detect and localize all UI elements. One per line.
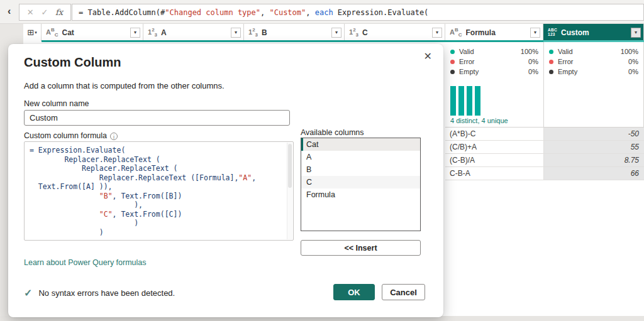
chevron-down-icon: ▾	[35, 30, 37, 35]
formula-bar-text[interactable]: = Table.AddColumn(#"Changed column type"…	[79, 8, 428, 17]
available-column-a[interactable]: A	[301, 151, 420, 163]
table-row: (C/B)+A55	[445, 141, 644, 154]
syntax-status-text: No syntax errors have been detected.	[38, 288, 175, 298]
text-type-icon: ABC	[46, 27, 58, 38]
quality-label: Empty	[459, 68, 528, 75]
cell-custom[interactable]: -50	[544, 128, 644, 140]
available-columns-list[interactable]: CatABCFormula	[301, 138, 421, 231]
quality-percent: 0%	[628, 68, 638, 75]
quality-percent: 0%	[628, 58, 638, 65]
column-header-formula[interactable]: ABCFormula▾	[445, 24, 543, 41]
formula-scrollbar[interactable]	[287, 143, 292, 239]
formula-check-icon[interactable]: ✓	[41, 8, 48, 17]
table-icon: ⊞	[27, 28, 34, 37]
learn-formulas-link[interactable]: Learn about Power Query formulas	[24, 258, 147, 267]
formula-bar[interactable]: = Table.AddColumn(#"Changed column type"…	[72, 4, 644, 21]
empty-dot-icon	[549, 70, 553, 74]
quality-panel-formula: Valid100%Error0%Empty0%4 distinct, 4 uni…	[445, 42, 544, 128]
number-type-icon: 123	[349, 27, 358, 38]
error-dot-icon	[549, 60, 553, 64]
empty-dot-icon	[450, 70, 455, 74]
cancel-button[interactable]: Cancel	[382, 284, 425, 300]
filter-dropdown-icon[interactable]: ▾	[331, 28, 341, 38]
text-type-icon: ABC	[450, 27, 462, 38]
distinct-caption: 4 distinct, 4 unique	[450, 117, 508, 124]
table-row: C-B-A66	[445, 167, 644, 180]
available-column-formula[interactable]: Formula	[301, 188, 420, 201]
new-column-name-label: New column name	[24, 99, 89, 108]
close-icon[interactable]: ✕	[421, 48, 435, 65]
error-dot-icon	[450, 60, 455, 64]
histogram-bar	[450, 86, 456, 116]
new-column-name-input[interactable]	[24, 110, 290, 126]
formula-bar-row: ‹ ✕ ✓ fx = Table.AddColumn(#"Changed col…	[0, 0, 644, 24]
histogram-bar	[467, 86, 472, 116]
scrollbar-thumb[interactable]	[288, 144, 292, 188]
available-column-b[interactable]: B	[301, 163, 420, 176]
power-query-editor: ‹ ✕ ✓ fx = Table.AddColumn(#"Changed col…	[0, 0, 644, 321]
quality-row: Error0%	[549, 57, 638, 67]
cell-formula[interactable]: (C/B)+A	[445, 141, 544, 153]
filter-dropdown-icon[interactable]: ▾	[631, 28, 641, 38]
syntax-check-icon: ✓	[24, 287, 32, 299]
quality-row: Empty0%	[450, 67, 538, 77]
formula-bar-controls: ✕ ✓ fx	[19, 4, 71, 21]
quality-row: Empty0%	[549, 67, 638, 77]
valid-dot-icon	[549, 50, 553, 54]
quality-label: Valid	[459, 48, 521, 55]
histogram-bar	[458, 86, 464, 116]
insert-button[interactable]: << Insert	[301, 240, 421, 256]
quality-row: Valid100%	[450, 46, 538, 57]
quality-percent: 0%	[528, 58, 538, 65]
column-name: C	[362, 28, 432, 37]
column-header-b[interactable]: 123B▾	[244, 24, 345, 41]
column-name: Formula	[466, 28, 530, 37]
ok-button[interactable]: OK	[333, 284, 375, 300]
cell-custom[interactable]: 55	[544, 141, 644, 153]
available-column-cat[interactable]: Cat	[301, 138, 420, 151]
quality-label: Empty	[558, 68, 628, 75]
dialog-title: Custom Column	[24, 55, 121, 70]
column-name: A	[161, 28, 231, 37]
filter-dropdown-icon[interactable]: ▾	[432, 28, 442, 38]
formula-cancel-icon[interactable]: ✕	[27, 8, 34, 17]
column-header-custom[interactable]: ABC123Custom▾	[543, 24, 644, 41]
quality-label: Error	[558, 58, 628, 65]
table-corner-button[interactable]: ⊞ ▾	[23, 24, 42, 41]
quality-row: Error0%	[450, 57, 538, 67]
quality-percent: 0%	[528, 68, 538, 75]
quality-label: Valid	[558, 48, 621, 55]
number-type-icon: 123	[148, 27, 157, 38]
dialog-subtitle: Add a column that is computed from the o…	[24, 81, 225, 90]
custom-formula-textarea[interactable]: = Expression.Evaluate( Replacer.ReplaceT…	[24, 141, 294, 241]
column-name: Cat	[62, 28, 130, 37]
cell-formula[interactable]: C-B-A	[445, 167, 544, 180]
table-row: (C-B)/A8.75	[445, 154, 644, 167]
valid-dot-icon	[450, 50, 455, 54]
quality-percent: 100%	[521, 48, 538, 55]
cell-custom[interactable]: 8.75	[544, 154, 644, 166]
column-header-cat[interactable]: ABCCat▾	[42, 24, 143, 41]
cell-custom[interactable]: 66	[544, 167, 644, 180]
quality-percent: 100%	[621, 48, 638, 55]
collapse-pane-icon[interactable]: ‹	[8, 6, 11, 17]
column-header-c[interactable]: 123C▾	[345, 24, 445, 41]
filter-dropdown-icon[interactable]: ▾	[530, 28, 540, 38]
cell-formula[interactable]: (C-B)/A	[445, 154, 544, 166]
any-type-icon: ABC123	[548, 28, 557, 36]
value-distribution-histogram	[450, 86, 538, 116]
available-column-c[interactable]: C	[301, 176, 420, 188]
cell-formula[interactable]: (A*B)-C	[445, 128, 544, 140]
table-row: (A*B)-C-50	[445, 128, 644, 141]
preview-rows: (A*B)-C-50(C/B)+A55(C-B)/A8.75C-B-A66	[445, 128, 644, 180]
fx-icon: fx	[55, 8, 63, 17]
formula-label: Custom column formulai	[24, 131, 118, 140]
column-name: B	[262, 28, 331, 37]
quality-label: Error	[459, 58, 528, 65]
quality-row: Valid100%	[549, 46, 638, 57]
filter-dropdown-icon[interactable]: ▾	[130, 28, 140, 38]
number-type-icon: 123	[248, 27, 258, 38]
filter-dropdown-icon[interactable]: ▾	[231, 28, 241, 38]
quality-panel-custom: Valid100%Error0%Empty0%	[544, 42, 644, 128]
column-header-a[interactable]: 123A▾	[143, 24, 244, 41]
